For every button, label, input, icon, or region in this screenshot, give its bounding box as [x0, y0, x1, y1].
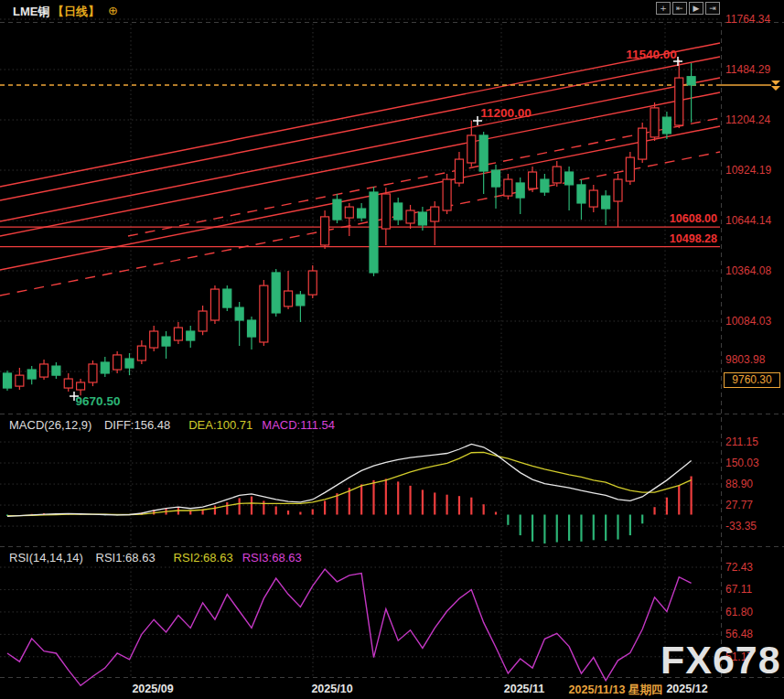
- price-marker: 9760.30: [724, 372, 780, 388]
- date-axis[interactable]: 2025/092025/102025/112025/11/13 星期四2025/…: [0, 680, 784, 699]
- price-axis-label: 10084.03: [725, 315, 782, 328]
- date-label: 2025/09: [132, 683, 173, 695]
- rsi2-label: RSI2:68.63: [174, 551, 233, 565]
- move-icon: +: [660, 4, 667, 13]
- chart-app: 10608.0010498.2811540.0011200.009670.50 …: [0, 0, 784, 699]
- macd-axis-label: 211.15: [725, 436, 782, 448]
- scale-right-button[interactable]: ⇥: [705, 2, 720, 15]
- price-axis-label: 11484.29: [725, 63, 782, 76]
- price-axis-label: 10924.19: [725, 164, 782, 177]
- macd-axis-label: 88.90: [725, 478, 782, 490]
- price-axis-label: 10644.14: [725, 214, 782, 227]
- chart-toolbar: + ⇤ ▶ ⇥: [656, 2, 720, 15]
- date-label: 2025/10: [311, 683, 352, 695]
- arrow-right-bar-icon: ⇥: [709, 4, 716, 13]
- price-axis-label: 11204.24: [725, 113, 782, 126]
- rsi-axis-label: 61.80: [725, 606, 782, 618]
- support-line-label: 10608.00: [670, 212, 717, 225]
- step-forward-button[interactable]: ▶: [689, 2, 703, 15]
- watermark: FX678: [660, 640, 781, 680]
- title-bar: LME铜 【日线】 ⊕ + ⇤ ▶ ⇥: [0, 0, 784, 22]
- price-axis-label: 9803.98: [725, 353, 782, 366]
- macd-axis-label: -33.35: [725, 520, 782, 532]
- price-annotation: 11540.00: [626, 48, 677, 61]
- price-axis-label: 10364.08: [725, 264, 782, 277]
- rsi-header: RSI(14,14,14) RSI1:68.63RSI2:68.63RSI3:6…: [9, 551, 311, 565]
- macd-name-and-diff-label: MACD(26,12,9) DIFF:156.48: [9, 418, 179, 432]
- symbol-title: LME铜: [13, 4, 49, 20]
- macd-macd-label: MACD:111.54: [262, 418, 335, 432]
- move-tool-button[interactable]: +: [656, 2, 671, 15]
- scale-left-button[interactable]: ⇤: [672, 2, 687, 15]
- macd-axis-label: 150.03: [725, 457, 782, 469]
- price-annotation: 11200.00: [480, 106, 532, 120]
- period-label: 【日线】: [52, 4, 100, 20]
- macd-axis-label: 27.77: [725, 499, 782, 511]
- rsi-axis-label: 67.11: [725, 583, 782, 596]
- crosshair-date-label: 2025/11/13 星期四: [569, 683, 663, 698]
- chart-canvas[interactable]: 10608.0010498.2811540.0011200.009670.50: [0, 0, 784, 699]
- macd-header: MACD(26,12,9) DIFF:156.48DEA:100.71MACD:…: [9, 418, 344, 432]
- arrow-left-bar-icon: ⇤: [676, 4, 683, 13]
- play-icon: ▶: [693, 4, 700, 13]
- rsi-name-and-rsi1-label: RSI(14,14,14) RSI1:68.63: [9, 551, 165, 565]
- date-label: 2025/12: [666, 683, 707, 695]
- add-indicator-icon[interactable]: ⊕: [108, 4, 118, 17]
- price-annotation: 9670.50: [76, 394, 121, 408]
- rsi-axis-label: 72.43: [725, 561, 782, 574]
- support-line-label: 10498.28: [670, 232, 717, 245]
- rsi3-label: RSI3:68.63: [242, 551, 302, 565]
- date-label: 2025/11: [504, 683, 545, 695]
- macd-dea-label: DEA:100.71: [188, 418, 252, 432]
